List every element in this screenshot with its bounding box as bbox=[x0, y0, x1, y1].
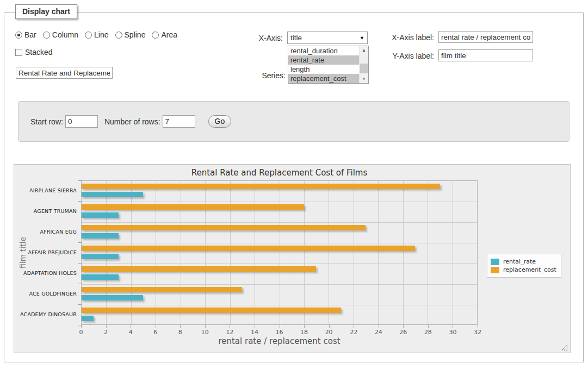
x-tick-label: 14 bbox=[251, 329, 258, 336]
start-row-label: Start row: bbox=[30, 117, 63, 126]
series-options: rental_durationrental_ratelengthreplacem… bbox=[288, 46, 359, 83]
gridline bbox=[354, 181, 354, 324]
bar-rental-rate bbox=[82, 192, 143, 197]
x-tick-label: 30 bbox=[449, 329, 456, 336]
x-tick-mark bbox=[81, 325, 82, 328]
bar-rental-rate bbox=[82, 274, 119, 280]
chart-panel: Rental Rate and Replacement Cost of Film… bbox=[14, 164, 571, 353]
bar-replacement-cost bbox=[82, 204, 304, 210]
rows-panel: Start row: Number of rows: Go bbox=[18, 101, 570, 142]
x-tick-label: 10 bbox=[201, 329, 209, 336]
y-tick-mark bbox=[78, 304, 82, 305]
x-tick-mark bbox=[329, 325, 330, 328]
category-label: AFRICAN EGG bbox=[14, 229, 77, 235]
radio-icon[interactable] bbox=[43, 32, 50, 39]
series-option-replacement_cost[interactable]: replacement_cost bbox=[288, 74, 359, 83]
gridline bbox=[304, 181, 305, 324]
x-tick-label: 2 bbox=[104, 329, 108, 336]
x-tick-mark bbox=[379, 325, 379, 328]
legend-label: rental_rate bbox=[503, 258, 536, 265]
x-tick-label: 24 bbox=[375, 329, 382, 336]
x-axis-label-input[interactable] bbox=[438, 31, 533, 43]
stacked-label: Stacked bbox=[25, 48, 53, 57]
gridline bbox=[378, 181, 379, 324]
radio-icon[interactable] bbox=[15, 32, 22, 39]
num-rows-input[interactable] bbox=[163, 115, 195, 128]
chart-type-option-bar: Bar bbox=[15, 30, 36, 39]
y-tick-mark bbox=[78, 222, 82, 222]
bar-replacement-cost bbox=[82, 287, 242, 292]
category-label: ADAPTATION HOLES bbox=[14, 270, 77, 276]
radio-icon[interactable] bbox=[85, 32, 92, 39]
x-tick-label: 8 bbox=[178, 329, 182, 336]
band-separator bbox=[82, 243, 477, 243]
series-option-length[interactable]: length bbox=[288, 65, 359, 74]
x-axis-select[interactable]: title ▼ bbox=[287, 32, 368, 44]
radio-label: Spline bbox=[125, 30, 146, 39]
chart-type-option-area: Area bbox=[152, 30, 177, 39]
bar-replacement-cost bbox=[82, 266, 316, 272]
x-tick-mark bbox=[106, 325, 107, 328]
x-tick-mark bbox=[428, 325, 429, 328]
y-tick-mark bbox=[78, 242, 82, 243]
y-tick-mark bbox=[78, 263, 82, 264]
band-separator bbox=[82, 202, 477, 202]
x-tick-mark bbox=[255, 325, 255, 328]
radio-icon[interactable] bbox=[152, 32, 159, 39]
category-label: AIRPLANE SIERRA bbox=[14, 187, 77, 193]
go-button[interactable]: Go bbox=[208, 115, 232, 128]
y-axis-label-input[interactable] bbox=[438, 49, 533, 61]
legend-entry-rental_rate: rental_rate bbox=[491, 258, 556, 265]
scrollbar-down-icon[interactable]: ▼ bbox=[360, 75, 368, 83]
listbox-scrollbar[interactable]: ▲ ▼ bbox=[359, 46, 368, 83]
y-axis-label-field-label: Y-Axis label: bbox=[387, 52, 434, 60]
stacked-row: Stacked bbox=[15, 48, 53, 57]
series-option-rental_duration[interactable]: rental_duration bbox=[288, 46, 359, 55]
bar-replacement-cost bbox=[82, 225, 366, 230]
series-listbox[interactable]: rental_durationrental_ratelengthreplacem… bbox=[288, 46, 369, 84]
x-tick-mark bbox=[131, 325, 131, 328]
radio-label: Bar bbox=[24, 30, 36, 39]
gridline bbox=[156, 181, 156, 324]
resize-grip-icon[interactable] bbox=[561, 344, 567, 350]
bar-replacement-cost bbox=[82, 184, 440, 189]
bar-rental-rate bbox=[82, 316, 94, 321]
legend-swatch-icon bbox=[491, 267, 499, 273]
x-tick-mark bbox=[453, 325, 453, 328]
x-tick-mark bbox=[478, 325, 478, 328]
band-separator bbox=[82, 264, 477, 264]
x-tick-label: 0 bbox=[79, 329, 83, 336]
gridline bbox=[428, 181, 428, 324]
chart-type-option-spline: Spline bbox=[115, 30, 146, 39]
radio-label: Area bbox=[161, 30, 177, 39]
x-tick-label: 28 bbox=[424, 329, 432, 336]
x-tick-label: 22 bbox=[350, 329, 357, 336]
chart-legend: rental_ratereplacement_cost bbox=[487, 254, 561, 278]
gridline bbox=[453, 181, 453, 324]
start-row-input[interactable] bbox=[65, 115, 98, 128]
scrollbar-up-icon[interactable]: ▲ bbox=[360, 46, 368, 54]
category-label: ACE GOLDFINGER bbox=[14, 291, 77, 297]
chart-title-input[interactable] bbox=[16, 67, 113, 79]
legend-swatch-icon bbox=[491, 259, 499, 265]
x-tick-mark bbox=[205, 325, 206, 328]
x-axis-label: X-Axis: bbox=[239, 34, 283, 42]
radio-icon[interactable] bbox=[115, 32, 122, 39]
y-tick-mark bbox=[78, 325, 82, 325]
chevron-down-icon: ▼ bbox=[360, 35, 364, 41]
x-tick-mark bbox=[403, 325, 404, 328]
y-tick-mark bbox=[78, 284, 82, 284]
band-separator bbox=[82, 284, 477, 285]
bar-rental-rate bbox=[82, 295, 143, 300]
chart-type-option-column: Column bbox=[43, 30, 78, 39]
chart-type-option-line: Line bbox=[85, 30, 108, 39]
scrollbar-thumb[interactable] bbox=[360, 64, 368, 73]
stacked-checkbox[interactable] bbox=[15, 49, 22, 56]
chart-plot-area bbox=[81, 180, 478, 325]
radio-label: Line bbox=[94, 30, 108, 39]
bar-replacement-cost bbox=[82, 246, 415, 251]
x-tick-label: 16 bbox=[276, 329, 283, 336]
series-option-rental_rate[interactable]: rental_rate bbox=[288, 55, 359, 65]
x-tick-label: 32 bbox=[474, 329, 481, 336]
legend-entry-replacement_cost: replacement_cost bbox=[491, 266, 556, 273]
